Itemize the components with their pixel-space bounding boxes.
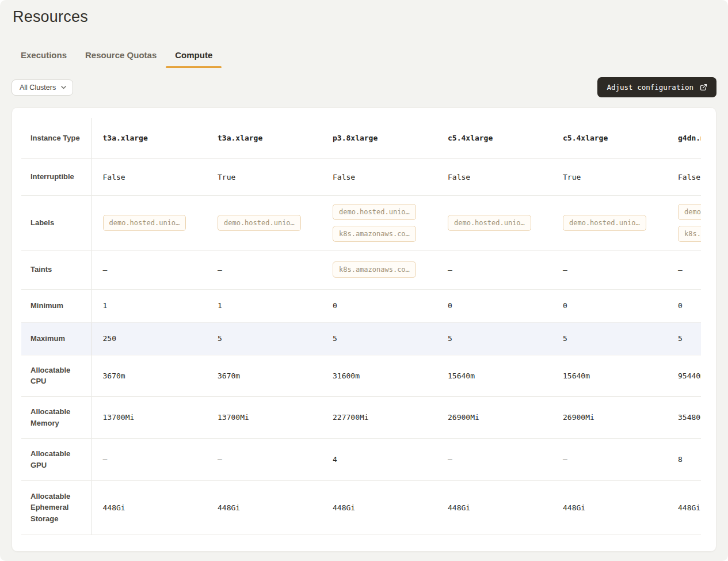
compute-table-card: Instance Type t3a.xlarge t3a.xlarge p3.8…: [12, 107, 716, 552]
row-maximum: Maximum 250 5 5 5 5 5: [21, 322, 701, 355]
cell-labels-4: demo.hosted.unio…: [551, 195, 666, 250]
cell-allocatable-cpu-1: 3670m: [206, 355, 321, 396]
cluster-filter-label: All Clusters: [20, 84, 56, 92]
cell-minimum-2: 0: [321, 289, 436, 322]
cell-instance-type-5: g4dn.metal: [666, 118, 701, 158]
row-instance-type: Instance Type t3a.xlarge t3a.xlarge p3.8…: [21, 118, 701, 158]
row-allocatable-ephemeral-storage: Allocatable Ephemeral Storage 448Gi 448G…: [21, 480, 701, 535]
cell-interruptible-5: False: [666, 158, 701, 195]
row-allocatable-gpu: Allocatable GPU — — 4 — — 8: [21, 438, 701, 480]
cell-allocatable-ephemeral-storage-3: 448Gi: [436, 480, 551, 535]
cell-taints-1: —: [206, 250, 321, 289]
label-chip: demo.hosted.unio…: [448, 215, 531, 231]
compute-table-scroll-area[interactable]: Instance Type t3a.xlarge t3a.xlarge p3.8…: [21, 118, 701, 535]
cell-instance-type-4: c5.4xlarge: [551, 118, 666, 158]
cell-taints-2: k8s.amazonaws.co…: [321, 250, 436, 289]
external-link-icon: [700, 84, 707, 91]
label-chip: demo.hosted.unio…: [218, 215, 301, 231]
cell-interruptible-4: True: [551, 158, 666, 195]
row-label-minimum: Minimum: [21, 289, 91, 322]
cell-allocatable-gpu-4: —: [551, 438, 666, 480]
adjust-configuration-button[interactable]: Adjust configuration: [597, 77, 716, 97]
cell-labels-2: demo.hosted.unio… k8s.amazonaws.co…: [321, 195, 436, 250]
label-chip: demo.hosted.unio…: [333, 204, 416, 220]
cell-allocatable-memory-0: 13700Mi: [91, 396, 206, 438]
row-label-interruptible: Interruptible: [21, 158, 91, 195]
row-labels: Labels demo.hosted.unio… demo.hosted.uni…: [21, 195, 701, 250]
tab-bar: Executions Resource Quotas Compute: [12, 44, 716, 68]
cell-allocatable-cpu-0: 3670m: [91, 355, 206, 396]
page-title: Resources: [12, 8, 716, 26]
row-taints: Taints — — k8s.amazonaws.co… — — —: [21, 250, 701, 289]
cell-labels-3: demo.hosted.unio…: [436, 195, 551, 250]
cell-instance-type-1: t3a.xlarge: [206, 118, 321, 158]
row-minimum: Minimum 1 1 0 0 0 0: [21, 289, 701, 322]
cell-labels-5: demo.hosted.unio… k8s.amazonaws.co…: [666, 195, 701, 250]
cell-allocatable-ephemeral-storage-1: 448Gi: [206, 480, 321, 535]
row-allocatable-memory: Allocatable Memory 13700Mi 13700Mi 22770…: [21, 396, 701, 438]
cell-minimum-5: 0: [666, 289, 701, 322]
row-label-allocatable-memory: Allocatable Memory: [21, 396, 91, 438]
row-label-allocatable-gpu: Allocatable GPU: [21, 438, 91, 480]
cell-interruptible-3: False: [436, 158, 551, 195]
row-label-allocatable-ephemeral-storage: Allocatable Ephemeral Storage: [21, 480, 91, 535]
cell-allocatable-gpu-0: —: [91, 438, 206, 480]
cell-allocatable-gpu-3: —: [436, 438, 551, 480]
cell-allocatable-gpu-2: 4: [321, 438, 436, 480]
cell-allocatable-ephemeral-storage-0: 448Gi: [91, 480, 206, 535]
taint-chip: k8s.amazonaws.co…: [333, 261, 416, 278]
label-chip: k8s.amazonaws.co…: [333, 226, 416, 242]
cell-interruptible-2: False: [321, 158, 436, 195]
tab-executions[interactable]: Executions: [12, 44, 76, 68]
cell-allocatable-memory-1: 13700Mi: [206, 396, 321, 438]
tab-resource-quotas[interactable]: Resource Quotas: [76, 44, 166, 68]
cell-maximum-1: 5: [206, 322, 321, 355]
cell-instance-type-0: t3a.xlarge: [91, 118, 206, 158]
label-chip: demo.hosted.unio…: [563, 215, 646, 231]
row-label-labels: Labels: [21, 195, 91, 250]
cell-allocatable-cpu-2: 31600m: [321, 355, 436, 396]
cell-maximum-0: 250: [91, 322, 206, 355]
cell-maximum-3: 5: [436, 322, 551, 355]
cell-allocatable-cpu-5: 95440m: [666, 355, 701, 396]
cell-allocatable-memory-4: 26900Mi: [551, 396, 666, 438]
chevron-down-icon: [61, 86, 66, 89]
cell-instance-type-2: p3.8xlarge: [321, 118, 436, 158]
cell-allocatable-ephemeral-storage-2: 448Gi: [321, 480, 436, 535]
cell-allocatable-gpu-1: —: [206, 438, 321, 480]
cell-minimum-3: 0: [436, 289, 551, 322]
cell-allocatable-memory-3: 26900Mi: [436, 396, 551, 438]
row-label-allocatable-cpu: Allocatable CPU: [21, 355, 91, 396]
row-label-taints: Taints: [21, 250, 91, 289]
cell-maximum-5: 5: [666, 322, 701, 355]
toolbar: All Clusters Adjust configuration: [12, 77, 716, 97]
cell-minimum-4: 0: [551, 289, 666, 322]
row-label-maximum: Maximum: [21, 322, 91, 355]
cell-taints-5: —: [666, 250, 701, 289]
cell-maximum-4: 5: [551, 322, 666, 355]
label-chip: demo.hosted.unio…: [103, 215, 186, 231]
cell-labels-1: demo.hosted.unio…: [206, 195, 321, 250]
row-interruptible: Interruptible False True False False Tru…: [21, 158, 701, 195]
cell-allocatable-memory-5: 354800Mi: [666, 396, 701, 438]
compute-table: Instance Type t3a.xlarge t3a.xlarge p3.8…: [21, 118, 701, 535]
cell-instance-type-3: c5.4xlarge: [436, 118, 551, 158]
cell-minimum-1: 1: [206, 289, 321, 322]
cell-allocatable-ephemeral-storage-5: 448Gi: [666, 480, 701, 535]
label-chip: demo.hosted.unio…: [678, 204, 701, 220]
cell-taints-3: —: [436, 250, 551, 289]
cell-allocatable-cpu-3: 15640m: [436, 355, 551, 396]
cell-minimum-0: 1: [91, 289, 206, 322]
cell-taints-0: —: [91, 250, 206, 289]
adjust-configuration-label: Adjust configuration: [607, 83, 693, 92]
cell-interruptible-0: False: [91, 158, 206, 195]
resources-page: Resources Executions Resource Quotas Com…: [0, 0, 728, 561]
tab-compute[interactable]: Compute: [166, 44, 222, 68]
cell-maximum-2: 5: [321, 322, 436, 355]
cell-taints-4: —: [551, 250, 666, 289]
cluster-filter-dropdown[interactable]: All Clusters: [12, 79, 73, 96]
cell-interruptible-1: True: [206, 158, 321, 195]
cell-allocatable-cpu-4: 15640m: [551, 355, 666, 396]
cell-labels-0: demo.hosted.unio…: [91, 195, 206, 250]
row-label-instance-type: Instance Type: [21, 118, 91, 158]
